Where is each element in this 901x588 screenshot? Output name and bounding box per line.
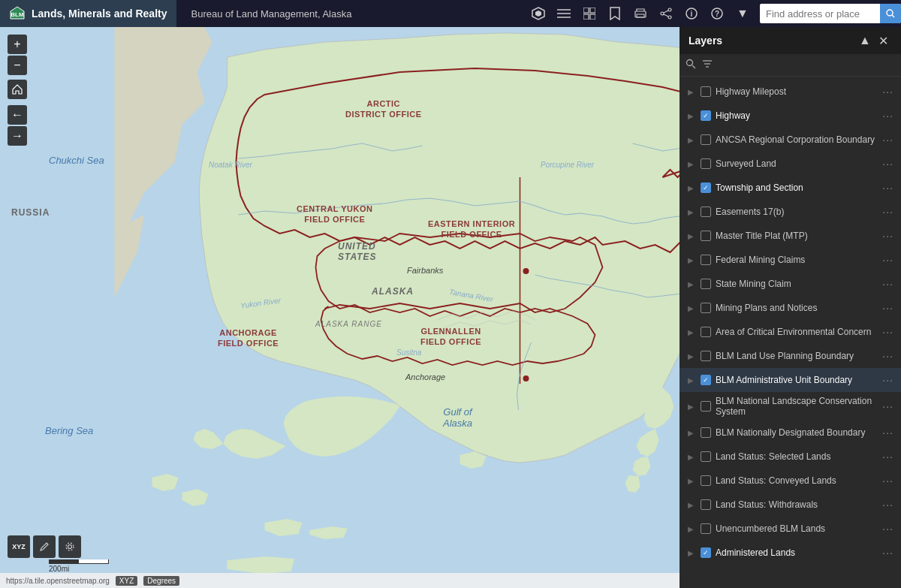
layer-checkbox[interactable]	[701, 523, 711, 534]
layer-checkbox[interactable]	[701, 255, 711, 265]
layer-filter-button[interactable]	[702, 59, 713, 71]
layer-checkbox[interactable]	[701, 279, 711, 289]
layer-options-button[interactable]: ···	[881, 206, 895, 218]
pan-right-button[interactable]: →	[8, 126, 27, 146]
layer-checkbox[interactable]	[701, 327, 711, 337]
layer-expand-icon[interactable]: ▶	[686, 499, 696, 510]
help-button[interactable]: ?	[706, 2, 728, 25]
layer-expand-icon[interactable]: ▶	[686, 401, 696, 412]
share-button[interactable]	[655, 2, 677, 25]
layer-item[interactable]: ▶Highway···	[680, 104, 901, 128]
print-button[interactable]	[629, 2, 652, 25]
layer-expand-icon[interactable]: ▶	[686, 375, 696, 385]
close-layers-button[interactable]: ✕	[874, 32, 892, 50]
collapse-button[interactable]: ▲	[856, 32, 874, 50]
layer-options-button[interactable]: ···	[881, 158, 895, 170]
coord-toggle-button[interactable]: XYZ	[116, 576, 137, 586]
layer-item[interactable]: ▶Land Status: Selected Lands···	[680, 445, 901, 469]
layer-expand-icon[interactable]: ▶	[686, 547, 696, 558]
layer-expand-icon[interactable]: ▶	[686, 255, 696, 265]
layer-checkbox[interactable]	[701, 158, 711, 169]
layer-expand-icon[interactable]: ▶	[686, 451, 696, 462]
layer-item[interactable]: ▶Surveyed Land···	[680, 152, 901, 176]
layer-item[interactable]: ▶Master Title Plat (MTP)···	[680, 224, 901, 248]
layer-checkbox[interactable]	[701, 475, 711, 486]
layer-checkbox[interactable]	[701, 451, 711, 462]
settings-button[interactable]	[59, 535, 81, 558]
layer-item[interactable]: ▶BLM Administrative Unit Boundary···	[680, 368, 901, 392]
layer-checkbox[interactable]	[701, 547, 711, 558]
layer-options-button[interactable]: ···	[881, 86, 895, 98]
layer-options-button[interactable]: ···	[881, 350, 895, 362]
layer-expand-icon[interactable]: ▶	[686, 303, 696, 313]
grid-button[interactable]	[578, 2, 601, 25]
layer-options-button[interactable]: ···	[881, 547, 895, 559]
layer-expand-icon[interactable]: ▶	[686, 158, 696, 169]
layer-item[interactable]: ▶BLM Nationally Designated Boundary···	[680, 421, 901, 445]
layer-checkbox[interactable]	[701, 182, 711, 193]
search-input[interactable]	[760, 4, 880, 23]
layer-options-button[interactable]: ···	[881, 110, 895, 122]
layer-expand-icon[interactable]: ▶	[686, 86, 696, 97]
layer-options-button[interactable]: ···	[881, 278, 895, 290]
layer-expand-icon[interactable]: ▶	[686, 523, 696, 534]
layer-expand-icon[interactable]: ▶	[686, 134, 696, 145]
degree-toggle-button[interactable]: Degrees	[143, 576, 179, 586]
edit-button[interactable]	[33, 535, 56, 558]
layer-item[interactable]: ▶Highway Milepost···	[680, 80, 901, 104]
layer-item[interactable]: ▶ANCSA Regional Corporation Boundary···	[680, 128, 901, 152]
layer-checkbox[interactable]	[701, 207, 711, 217]
bookmark-button[interactable]	[604, 2, 626, 25]
layer-expand-icon[interactable]: ▶	[686, 351, 696, 361]
layer-checkbox[interactable]	[701, 86, 711, 97]
layer-options-button[interactable]: ···	[881, 134, 895, 146]
layer-item[interactable]: ▶Administered Lands···	[680, 541, 901, 565]
layer-item[interactable]: ▶Easements 17(b)···	[680, 200, 901, 224]
layer-options-button[interactable]: ···	[881, 451, 895, 463]
layer-checkbox[interactable]	[701, 375, 711, 385]
layer-item[interactable]: ▶Area of Critical Environmental Concern·…	[680, 320, 901, 344]
layer-options-button[interactable]: ···	[881, 523, 895, 535]
layer-expand-icon[interactable]: ▶	[686, 427, 696, 438]
layer-checkbox[interactable]	[701, 427, 711, 438]
layer-expand-icon[interactable]: ▶	[686, 231, 696, 241]
layer-options-button[interactable]: ···	[881, 230, 895, 242]
layer-item[interactable]: ▶BLM Land Use Planning Boundary···	[680, 344, 901, 368]
layer-search-button[interactable]	[686, 59, 696, 71]
info-button[interactable]: i	[680, 2, 703, 25]
layer-options-button[interactable]: ···	[881, 326, 895, 338]
layer-item[interactable]: ▶Land Status: Withdrawals···	[680, 493, 901, 517]
zoom-out-button[interactable]: −	[8, 56, 27, 75]
layer-item[interactable]: ▶Unencumbered BLM Lands···	[680, 517, 901, 541]
layer-checkbox[interactable]	[701, 231, 711, 241]
layer-checkbox[interactable]	[701, 351, 711, 361]
layer-item[interactable]: ▶Federal Mining Claims···	[680, 248, 901, 272]
zoom-in-button[interactable]: +	[8, 35, 27, 54]
basemap-gallery-button[interactable]	[527, 2, 550, 25]
layer-options-button[interactable]: ···	[881, 475, 895, 487]
home-button[interactable]	[8, 80, 27, 99]
layer-checkbox[interactable]	[701, 134, 711, 145]
layer-expand-icon[interactable]: ▶	[686, 182, 696, 193]
layer-list-button[interactable]	[553, 2, 575, 25]
layer-options-button[interactable]: ···	[881, 254, 895, 266]
layer-checkbox[interactable]	[701, 401, 711, 412]
layer-item[interactable]: ▶BLM National Landscape Conservation Sys…	[680, 392, 901, 421]
pan-left-button[interactable]: ←	[8, 105, 27, 125]
layer-checkbox[interactable]	[701, 303, 711, 313]
layer-options-button[interactable]: ···	[881, 400, 895, 412]
layer-item[interactable]: ▶Township and Section···	[680, 176, 901, 200]
layer-options-button[interactable]: ···	[881, 302, 895, 314]
xyz-button[interactable]: XYZ	[8, 535, 30, 558]
layer-item[interactable]: ▶Land Status: Conveyed Lands···	[680, 469, 901, 493]
expand-button[interactable]: ▼	[731, 2, 754, 25]
layer-checkbox[interactable]	[701, 110, 711, 121]
layer-expand-icon[interactable]: ▶	[686, 475, 696, 486]
layer-checkbox[interactable]	[701, 499, 711, 510]
layer-options-button[interactable]: ···	[881, 427, 895, 439]
layer-options-button[interactable]: ···	[881, 182, 895, 194]
layer-expand-icon[interactable]: ▶	[686, 327, 696, 337]
layer-expand-icon[interactable]: ▶	[686, 279, 696, 289]
layer-item[interactable]: ▶Mining Plans and Notices···	[680, 296, 901, 320]
layer-expand-icon[interactable]: ▶	[686, 110, 696, 121]
